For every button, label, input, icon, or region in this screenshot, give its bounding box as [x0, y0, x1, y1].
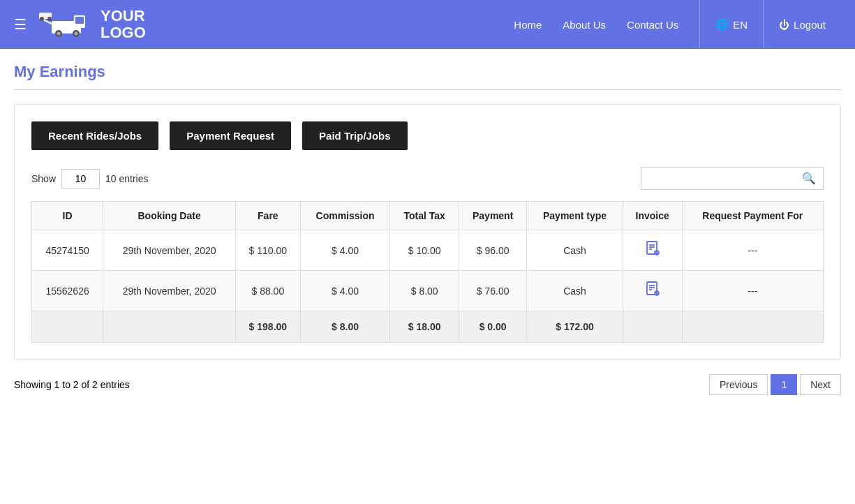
- search-box: 🔍: [641, 167, 824, 190]
- col-commission: Commission: [300, 202, 390, 230]
- logout-label: Logout: [794, 19, 826, 31]
- pagination-controls: Previous 1 Next: [709, 374, 841, 395]
- lang-label: EN: [733, 19, 748, 31]
- entries-input[interactable]: [61, 169, 100, 188]
- content-wrapper: My Earnings Recent Rides/Jobs Payment Re…: [0, 49, 855, 504]
- cell-reqpay-1: ---: [682, 230, 823, 271]
- cell-tax-1: $ 10.00: [390, 230, 459, 271]
- col-payment: Payment: [459, 202, 527, 230]
- cell-paytype-1: Cash: [527, 230, 623, 271]
- col-fare: Fare: [236, 202, 301, 230]
- table-controls: Show 10 entries 🔍: [31, 167, 824, 190]
- totals-commission: $ 8.00: [300, 311, 390, 343]
- table-row: 45274150 29th November, 2020 $ 110.00 $ …: [32, 230, 824, 271]
- cell-date-2: 29th November, 2020: [103, 271, 236, 311]
- search-input[interactable]: [641, 169, 795, 188]
- show-label: Show: [31, 173, 56, 184]
- cell-id-1: 45274150: [32, 230, 103, 271]
- page-1-button[interactable]: 1: [771, 374, 797, 395]
- main-panel: Recent Rides/Jobs Payment Request Paid T…: [14, 104, 841, 360]
- cell-tax-2: $ 8.00: [390, 271, 459, 311]
- logo-area: YOUR LOGO: [38, 8, 146, 41]
- cell-date-1: 29th November, 2020: [103, 230, 236, 271]
- totals-empty-date: [103, 311, 236, 343]
- show-entries: Show 10 entries: [31, 169, 149, 188]
- title-divider: [14, 89, 841, 90]
- tab-buttons: Recent Rides/Jobs Payment Request Paid T…: [31, 121, 824, 150]
- cell-paytype-2: Cash: [527, 271, 623, 311]
- invoice-icon-1[interactable]: [644, 244, 661, 260]
- cell-invoice-1[interactable]: [623, 230, 682, 271]
- cell-payment-2: $ 76.00: [459, 271, 527, 311]
- col-total-tax: Total Tax: [390, 202, 459, 230]
- language-button[interactable]: 🌐 EN: [700, 0, 763, 49]
- svg-point-7: [57, 32, 61, 36]
- power-icon: ⏻: [779, 19, 789, 31]
- table-row: 15562626 29th November, 2020 $ 88.00 $ 4…: [32, 271, 824, 311]
- earnings-table: ID Booking Date Fare Commission Total Ta…: [31, 201, 824, 343]
- totals-row: $ 198.00 $ 8.00 $ 18.00 $ 0.00 $ 172.00: [32, 311, 824, 343]
- cell-commission-1: $ 4.00: [300, 230, 390, 271]
- col-invoice: Invoice: [623, 202, 682, 230]
- logo-icon: [38, 8, 94, 40]
- table-header-row: ID Booking Date Fare Commission Total Ta…: [32, 202, 824, 230]
- totals-fare: $ 198.00: [236, 311, 301, 343]
- svg-point-9: [75, 32, 78, 36]
- svg-point-11: [47, 17, 52, 21]
- header: ☰: [0, 0, 855, 49]
- showing-text: Showing 1 to 2 of 2 entries: [14, 379, 130, 390]
- nav-contact[interactable]: Contact Us: [627, 19, 678, 31]
- next-button[interactable]: Next: [800, 374, 841, 395]
- tab-payment-request[interactable]: Payment Request: [170, 121, 291, 150]
- pagination-section: Showing 1 to 2 of 2 entries Previous 1 N…: [14, 374, 841, 395]
- search-icon: 🔍: [802, 172, 816, 184]
- col-request-payment: Request Payment For: [682, 202, 823, 230]
- main-nav: Home About Us Contact Us: [514, 19, 678, 31]
- col-id: ID: [32, 202, 103, 230]
- totals-empty-id: [32, 311, 103, 343]
- nav-about[interactable]: About Us: [563, 19, 606, 31]
- cell-invoice-2[interactable]: [623, 271, 682, 311]
- cell-id-2: 15562626: [32, 271, 103, 311]
- col-payment-type: Payment type: [527, 202, 623, 230]
- totals-tax: $ 18.00: [390, 311, 459, 343]
- page-title: My Earnings: [14, 63, 841, 81]
- svg-rect-2: [75, 17, 84, 24]
- totals-payment: $ 0.00: [459, 311, 527, 343]
- menu-icon[interactable]: ☰: [14, 16, 27, 33]
- cell-fare-2: $ 88.00: [236, 271, 301, 311]
- logo-text: YOUR LOGO: [101, 8, 146, 41]
- previous-button[interactable]: Previous: [709, 374, 768, 395]
- cell-fare-1: $ 110.00: [236, 230, 301, 271]
- totals-empty-reqpay: [682, 311, 823, 343]
- cell-reqpay-2: ---: [682, 271, 823, 311]
- header-right: 🌐 EN ⏻ Logout: [699, 0, 841, 49]
- entries-label: 10 entries: [105, 173, 148, 184]
- totals-paytype: $ 172.00: [527, 311, 623, 343]
- cell-commission-2: $ 4.00: [300, 271, 390, 311]
- col-booking-date: Booking Date: [103, 202, 236, 230]
- logout-button[interactable]: ⏻ Logout: [763, 0, 841, 49]
- tab-recent-rides[interactable]: Recent Rides/Jobs: [31, 121, 158, 150]
- search-button[interactable]: 🔍: [795, 168, 823, 189]
- globe-icon: 🌐: [715, 18, 729, 31]
- invoice-icon-2[interactable]: [644, 285, 661, 300]
- page-title-section: My Earnings: [0, 49, 855, 89]
- cell-payment-1: $ 96.00: [459, 230, 527, 271]
- tab-paid-trip[interactable]: Paid Trip/Jobs: [302, 121, 408, 150]
- totals-empty-invoice: [623, 311, 682, 343]
- nav-home[interactable]: Home: [514, 19, 542, 31]
- svg-point-10: [40, 17, 44, 21]
